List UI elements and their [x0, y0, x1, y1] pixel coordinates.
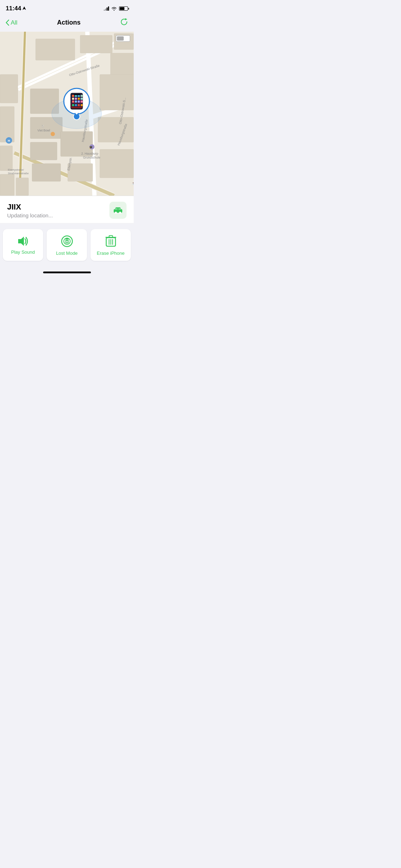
- svg-rect-12: [30, 142, 57, 160]
- svg-rect-3: [36, 39, 75, 60]
- lost-mode-label: Lost Mode: [56, 250, 78, 256]
- wifi-icon: [111, 6, 117, 11]
- svg-rect-19: [0, 174, 14, 196]
- home-indicator: [43, 272, 91, 273]
- svg-rect-47: [81, 95, 83, 97]
- svg-text:Ebertystraße/: Ebertystraße/: [8, 168, 24, 171]
- map[interactable]: Otto-Ostrowski-Straße Hausburgstraße Hau…: [0, 32, 134, 196]
- svg-text:☕ Gourmet Café: ☕ Gourmet Café: [132, 181, 134, 185]
- car-icon: [113, 206, 123, 214]
- svg-point-63: [115, 212, 117, 214]
- svg-rect-7: [0, 74, 18, 103]
- actions-bar: Play Sound Lost Mode: [0, 223, 134, 269]
- map-svg: Otto-Ostrowski-Straße Hausburgstraße Hau…: [0, 32, 134, 196]
- play-sound-button[interactable]: Play Sound: [3, 229, 43, 261]
- erase-iphone-label: Erase iPhone: [97, 250, 124, 256]
- svg-rect-55: [81, 100, 83, 103]
- svg-marker-1: [125, 18, 127, 20]
- svg-text:Grundschule: Grundschule: [83, 156, 100, 159]
- svg-marker-0: [22, 6, 26, 10]
- svg-rect-17: [68, 164, 93, 181]
- back-chevron-icon: [6, 20, 9, 26]
- svg-point-59: [78, 104, 80, 106]
- svg-point-60: [81, 104, 83, 106]
- bottom-card: JIIX Updating location...: [0, 196, 134, 269]
- status-time: 11:44: [6, 5, 26, 12]
- svg-marker-67: [18, 237, 24, 246]
- svg-point-58: [75, 104, 77, 106]
- device-info: JIIX Updating location...: [0, 196, 134, 223]
- svg-rect-52: [72, 100, 74, 103]
- lost-mode-icon: [61, 235, 73, 248]
- play-sound-label: Play Sound: [11, 249, 35, 255]
- page-title: Actions: [57, 19, 81, 26]
- refresh-icon: [120, 18, 128, 26]
- refresh-button[interactable]: [120, 18, 128, 27]
- svg-rect-9: [0, 146, 12, 171]
- svg-text:🎓: 🎓: [89, 145, 93, 149]
- svg-point-64: [119, 212, 121, 214]
- svg-rect-53: [75, 100, 77, 103]
- erase-iphone-button[interactable]: Erase iPhone: [91, 229, 131, 261]
- svg-rect-50: [78, 98, 80, 100]
- svg-text:2. Hausburg-: 2. Hausburg-: [81, 152, 99, 155]
- map-battery-indicator: [116, 35, 130, 42]
- location-arrow-icon: [22, 6, 26, 11]
- battery-icon: [119, 6, 128, 11]
- sound-icon: [17, 236, 30, 247]
- svg-rect-54: [78, 100, 80, 103]
- nav-bar: All Actions: [0, 15, 134, 32]
- device-status: Updating location...: [7, 212, 53, 218]
- svg-rect-48: [72, 98, 74, 100]
- device-name: JIIX: [7, 202, 53, 212]
- svg-rect-16: [100, 149, 134, 178]
- svg-point-26: [51, 132, 55, 136]
- svg-rect-13: [32, 164, 61, 181]
- back-button[interactable]: All: [6, 19, 17, 26]
- svg-point-57: [72, 104, 74, 106]
- svg-text:Straßmannstraße: Straßmannstraße: [8, 172, 29, 175]
- svg-rect-4: [80, 35, 112, 53]
- svg-rect-61: [74, 94, 80, 95]
- svg-rect-49: [75, 98, 77, 100]
- signal-icon: [104, 6, 109, 11]
- directions-button[interactable]: [109, 202, 127, 219]
- svg-point-73: [66, 242, 67, 243]
- status-icons: [104, 6, 128, 11]
- svg-rect-8: [0, 107, 14, 142]
- svg-rect-14: [100, 74, 134, 110]
- svg-text:H: H: [8, 139, 10, 143]
- trash-icon: [106, 235, 116, 248]
- svg-rect-20: [16, 178, 29, 196]
- svg-text:🍴: 🍴: [41, 124, 45, 128]
- svg-rect-65: [115, 208, 118, 210]
- svg-rect-51: [81, 98, 83, 100]
- lost-mode-button[interactable]: Lost Mode: [47, 229, 87, 261]
- svg-rect-66: [118, 208, 121, 210]
- status-bar: 11:44: [0, 0, 134, 15]
- svg-text:Viet Bowl: Viet Bowl: [37, 129, 50, 132]
- svg-rect-44: [72, 95, 74, 97]
- svg-rect-15: [98, 117, 134, 142]
